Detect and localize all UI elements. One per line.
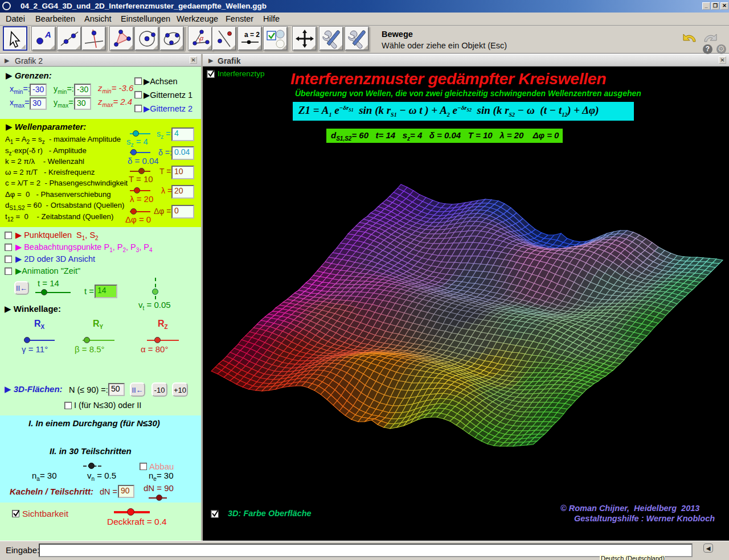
svg-text:A: A <box>44 30 51 39</box>
svg-text:α: α <box>200 35 204 42</box>
svg-text:a = 2: a = 2 <box>244 31 260 39</box>
